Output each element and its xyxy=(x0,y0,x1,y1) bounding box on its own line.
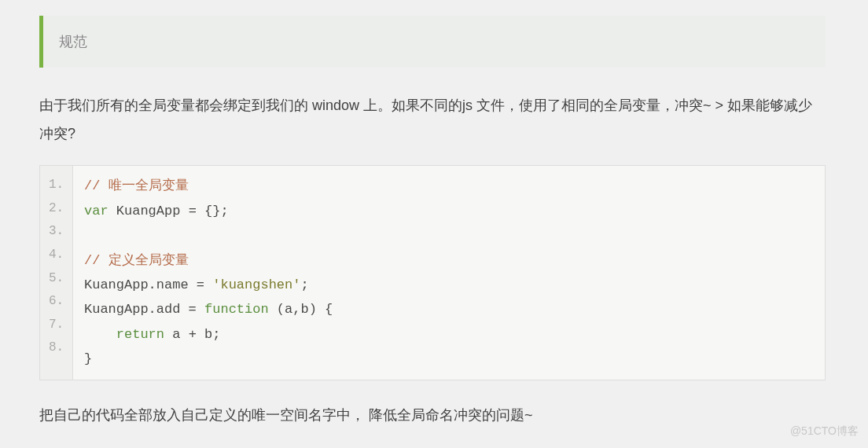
code-line: KuangApp.add = function (a,b) { xyxy=(84,297,814,321)
code-line: var KuangApp = {}; xyxy=(84,199,814,223)
line-number: 8. xyxy=(40,336,72,360)
blockquote-text: 规范 xyxy=(59,34,87,50)
code-comment: // 唯一全局变量 xyxy=(84,178,189,193)
line-number: 7. xyxy=(40,314,72,337)
code-text: KuangApp.add = xyxy=(84,302,204,317)
code-keyword: return xyxy=(116,327,164,342)
code-text: KuangApp.name = xyxy=(84,277,212,292)
code-text: KuangApp = {}; xyxy=(108,204,229,218)
code-comment: // 定义全局变量 xyxy=(84,253,189,268)
code-line: // 唯一全局变量 xyxy=(84,174,814,198)
code-block: 1. 2. 3. 4. 5. 6. 7. 8. // 唯一全局变量 var Ku… xyxy=(39,165,826,380)
document-container: 规范 由于我们所有的全局变量都会绑定到我们的 window 上。如果不同的js … xyxy=(39,16,826,429)
line-number: 5. xyxy=(40,267,72,291)
line-number: 1. xyxy=(40,174,72,197)
code-string: 'kuangshen' xyxy=(212,277,300,292)
paragraph-conclusion: 把自己的代码全部放入自己定义的唯一空间名字中， 降低全局命名冲突的问题~ xyxy=(39,401,826,429)
paragraph-intro: 由于我们所有的全局变量都会绑定到我们的 window 上。如果不同的js 文件，… xyxy=(39,91,826,148)
code-line: } xyxy=(84,347,814,371)
code-keyword: var xyxy=(84,204,108,218)
code-punct: } xyxy=(84,351,92,366)
line-number: 4. xyxy=(40,244,72,267)
blockquote-specification: 规范 xyxy=(39,16,826,68)
code-content: // 唯一全局变量 var KuangApp = {}; // 定义全局变量 K… xyxy=(73,166,825,380)
code-line-numbers: 1. 2. 3. 4. 5. 6. 7. 8. xyxy=(40,166,73,380)
line-number: 2. xyxy=(40,197,72,221)
code-line: KuangApp.name = 'kuangshen'; xyxy=(84,273,814,297)
code-indent xyxy=(84,327,116,342)
watermark: @51CTO博客 xyxy=(790,420,859,442)
line-number: 3. xyxy=(40,220,72,244)
code-line-empty xyxy=(84,223,814,248)
code-punct: ; xyxy=(300,277,308,292)
code-keyword: function xyxy=(204,302,269,317)
code-line: return a + b; xyxy=(84,322,814,347)
line-number: 6. xyxy=(40,290,72,314)
code-line: // 定义全局变量 xyxy=(84,248,814,273)
code-text: (a,b) { xyxy=(269,302,333,317)
code-text: a + b; xyxy=(164,327,220,342)
